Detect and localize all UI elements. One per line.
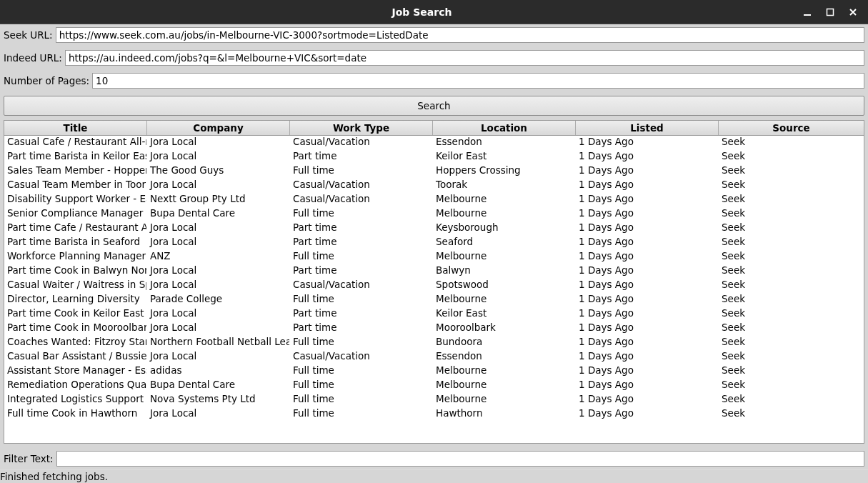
cell-source: Seek [719, 150, 864, 164]
cell-source: Seek [719, 379, 864, 393]
table-row[interactable]: Integrated Logistics Support CNova Syste… [4, 393, 864, 407]
cell-location: Seaford [433, 236, 576, 250]
cell-source: Seek [719, 350, 864, 364]
table-row[interactable]: Full time Cook in HawthornJora LocalFull… [4, 407, 864, 422]
pages-input[interactable] [92, 73, 864, 89]
cell-company: Jora Local [147, 279, 290, 293]
table-row[interactable]: Part time Barista in Keilor EasJora Loca… [4, 150, 864, 164]
table-row[interactable]: Remediation Operations QualBupa Dental C… [4, 379, 864, 393]
cell-company: Bupa Dental Care [147, 379, 290, 393]
cell-title: Part time Cook in Mooroolbar [4, 322, 147, 336]
cell-company: Jora Local [147, 179, 290, 193]
filter-input[interactable] [56, 451, 864, 467]
seek-url-input[interactable] [56, 27, 864, 43]
cell-listed: 1 Days Ago [576, 307, 719, 322]
col-header-worktype[interactable]: Work Type [290, 121, 433, 135]
cell-title: Part time Cook in Keilor East [4, 307, 147, 322]
table-row[interactable]: Casual Team Member in ToorJora LocalCasu… [4, 179, 864, 193]
col-header-source[interactable]: Source [719, 121, 864, 135]
cell-company: Nextt Group Pty Ltd [147, 193, 290, 207]
table-row[interactable]: Assistant Store Manager - EssadidasFull … [4, 364, 864, 379]
cell-location: Melbourne [433, 193, 576, 207]
cell-worktype: Part time [290, 236, 433, 250]
table-row[interactable]: Director, Learning DiversityParade Colle… [4, 293, 864, 307]
cell-source: Seek [719, 393, 864, 407]
status-bar: Finished fetching jobs. [0, 469, 868, 483]
cell-worktype: Full time [290, 407, 433, 422]
cell-listed: 1 Days Ago [576, 179, 719, 193]
cell-location: Bundoora [433, 336, 576, 350]
cell-listed: 1 Days Ago [576, 221, 719, 236]
indeed-url-input[interactable] [65, 50, 864, 66]
cell-title: Casual Waiter / Waitress in Sp [4, 279, 147, 293]
cell-listed: 1 Days Ago [576, 364, 719, 379]
cell-listed: 1 Days Ago [576, 350, 719, 364]
cell-listed: 1 Days Ago [576, 393, 719, 407]
table-row[interactable]: Workforce Planning ManagerANZFull timeMe… [4, 250, 864, 264]
table-row[interactable]: Part time Cook in Balwyn NorJora LocalPa… [4, 264, 864, 279]
col-header-title[interactable]: Title [4, 121, 147, 135]
cell-title: Integrated Logistics Support C [4, 393, 147, 407]
cell-listed: 1 Days Ago [576, 407, 719, 422]
window-title: Job Search [43, 6, 801, 18]
cell-listed: 1 Days Ago [576, 322, 719, 336]
close-icon[interactable] [847, 6, 859, 19]
cell-company: Jora Local [147, 264, 290, 279]
table-row[interactable]: Part time Barista in SeafordJora LocalPa… [4, 236, 864, 250]
cell-source: Seek [719, 279, 864, 293]
table-header-row: Title Company Work Type Location Listed … [4, 121, 864, 136]
col-header-location[interactable]: Location [433, 121, 576, 135]
cell-company: Bupa Dental Care [147, 207, 290, 221]
cell-listed: 1 Days Ago [576, 379, 719, 393]
cell-company: ANZ [147, 250, 290, 264]
cell-title: Disability Support Worker - Ea [4, 193, 147, 207]
cell-source: Seek [719, 193, 864, 207]
table-row[interactable]: Part time Cafe / Restaurant AlJora Local… [4, 221, 864, 236]
cell-location: Melbourne [433, 293, 576, 307]
cell-location: Spotswood [433, 279, 576, 293]
cell-source: Seek [719, 307, 864, 322]
minimize-icon[interactable] [801, 6, 814, 19]
cell-company: The Good Guys [147, 164, 290, 179]
cell-location: Hoppers Crossing [433, 164, 576, 179]
col-header-listed[interactable]: Listed [576, 121, 719, 135]
cell-title: Coaches Wanted: Fitzroy Star [4, 336, 147, 350]
cell-company: Jora Local [147, 307, 290, 322]
cell-title: Part time Cafe / Restaurant Al [4, 221, 147, 236]
cell-listed: 1 Days Ago [576, 136, 719, 150]
table-row[interactable]: Senior Compliance ManagerBupa Dental Car… [4, 207, 864, 221]
cell-source: Seek [719, 407, 864, 422]
cell-source: Seek [719, 221, 864, 236]
cell-title: Casual Cafe / Restaurant All-r [4, 136, 147, 150]
cell-worktype: Full time [290, 164, 433, 179]
table-row[interactable]: Part time Cook in Keilor EastJora LocalP… [4, 307, 864, 322]
search-button[interactable]: Search [4, 96, 864, 116]
cell-worktype: Full time [290, 393, 433, 407]
cell-worktype: Casual/Vacation [290, 279, 433, 293]
table-row[interactable]: Casual Bar Assistant / BussieJora LocalC… [4, 350, 864, 364]
table-row[interactable]: Disability Support Worker - EaNextt Grou… [4, 193, 864, 207]
table-row[interactable]: Casual Waiter / Waitress in SpJora Local… [4, 279, 864, 293]
cell-location: Essendon [433, 350, 576, 364]
table-row[interactable]: Casual Cafe / Restaurant All-rJora Local… [4, 136, 864, 150]
cell-listed: 1 Days Ago [576, 336, 719, 350]
cell-listed: 1 Days Ago [576, 193, 719, 207]
maximize-icon[interactable] [824, 6, 837, 19]
cell-location: Keilor East [433, 307, 576, 322]
cell-company: Jora Local [147, 407, 290, 422]
col-header-company[interactable]: Company [147, 121, 290, 135]
indeed-url-label: Indeed URL: [4, 52, 62, 64]
cell-listed: 1 Days Ago [576, 236, 719, 250]
cell-location: Melbourne [433, 250, 576, 264]
cell-location: Hawthorn [433, 407, 576, 422]
table-row[interactable]: Coaches Wanted: Fitzroy StarNorthern Foo… [4, 336, 864, 350]
table-row[interactable]: Sales Team Member - HoppersThe Good Guys… [4, 164, 864, 179]
seek-url-label: Seek URL: [4, 29, 53, 41]
cell-worktype: Full time [290, 293, 433, 307]
pages-row: Number of Pages: [4, 73, 864, 89]
cell-title: Assistant Store Manager - Ess [4, 364, 147, 379]
table-row[interactable]: Part time Cook in MooroolbarJora LocalPa… [4, 322, 864, 336]
title-bar: Job Search [0, 0, 868, 24]
seek-url-row: Seek URL: [4, 27, 864, 43]
cell-source: Seek [719, 364, 864, 379]
